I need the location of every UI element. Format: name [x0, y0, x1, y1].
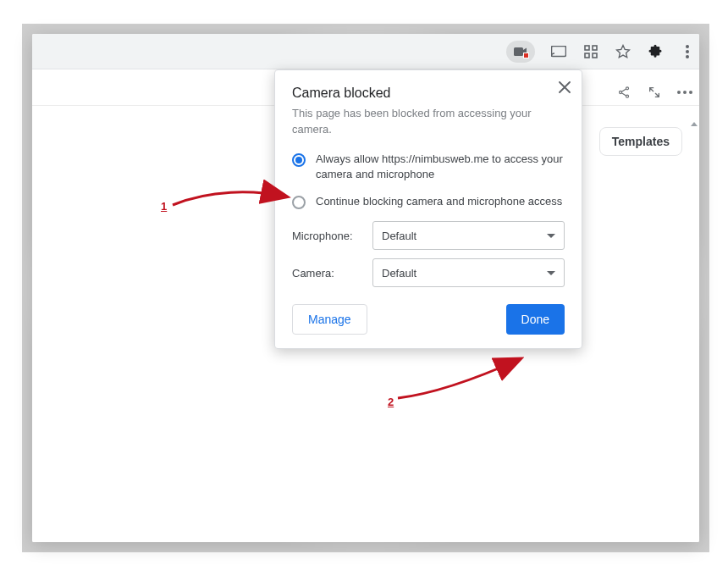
bookmark-star-icon[interactable] — [615, 43, 631, 60]
svg-rect-1 — [552, 46, 566, 56]
svg-rect-4 — [585, 53, 589, 58]
page-scrollbar[interactable] — [691, 122, 698, 542]
svg-point-8 — [686, 55, 689, 58]
popup-close-button[interactable] — [556, 79, 573, 96]
manage-button-label: Manage — [308, 313, 351, 326]
popup-subtitle: This page has been blocked from accessin… — [292, 106, 546, 138]
cast-icon[interactable] — [550, 43, 567, 60]
svg-point-13 — [683, 91, 687, 94]
chevron-down-icon — [547, 234, 555, 238]
svg-point-12 — [677, 91, 681, 94]
radio-allow[interactable] — [292, 153, 306, 167]
extensions-icon[interactable] — [647, 43, 664, 60]
annotation-2-arrow — [393, 349, 528, 408]
svg-point-14 — [689, 91, 692, 94]
browser-toolbar — [32, 34, 699, 69]
page-content-area: Templates Camera blocked This page has b… — [32, 69, 699, 542]
annotation-2-label: 2 — [388, 396, 394, 408]
camera-label: Camera: — [292, 267, 364, 280]
camera-row: Camera: Default — [292, 258, 565, 287]
share-icon[interactable] — [616, 85, 631, 100]
option-block-label: Continue blocking camera and microphone … — [316, 194, 562, 209]
camera-permission-popup: Camera blocked This page has been blocke… — [274, 69, 582, 349]
browser-window: Templates Camera blocked This page has b… — [32, 34, 699, 542]
svg-point-11 — [626, 95, 628, 97]
expand-icon[interactable] — [647, 85, 662, 100]
svg-point-9 — [619, 91, 621, 93]
annotation-1-label: 1 — [161, 200, 167, 213]
page-action-bar — [616, 85, 692, 100]
option-block-row[interactable]: Continue blocking camera and microphone … — [292, 194, 565, 209]
templates-button[interactable]: Templates — [599, 127, 682, 156]
done-button[interactable]: Done — [506, 304, 565, 335]
done-button-label: Done — [521, 313, 549, 326]
microphone-select[interactable]: Default — [372, 221, 565, 250]
svg-point-7 — [686, 50, 689, 53]
option-allow-label: Always allow https://nimbusweb.me to acc… — [316, 152, 565, 182]
microphone-value: Default — [382, 230, 416, 242]
camera-value: Default — [382, 267, 416, 280]
svg-rect-2 — [585, 46, 589, 50]
chevron-down-icon — [547, 271, 555, 275]
svg-point-10 — [626, 87, 628, 90]
microphone-label: Microphone: — [292, 230, 364, 242]
close-icon — [559, 81, 571, 93]
apps-grid-icon[interactable] — [582, 43, 599, 60]
svg-rect-0 — [514, 47, 523, 56]
popup-title: Camera blocked — [292, 86, 565, 101]
svg-rect-3 — [593, 46, 597, 50]
camera-select[interactable]: Default — [372, 258, 565, 287]
scroll-up-icon — [691, 122, 698, 126]
radio-block[interactable] — [292, 196, 306, 209]
blocked-badge — [523, 53, 529, 58]
templates-label: Templates — [612, 135, 670, 148]
page-more-icon[interactable] — [677, 85, 692, 100]
microphone-row: Microphone: Default — [292, 221, 565, 250]
browser-menu-icon[interactable] — [684, 43, 691, 60]
option-allow-row[interactable]: Always allow https://nimbusweb.me to acc… — [292, 152, 565, 182]
popup-actions: Manage Done — [292, 304, 565, 335]
svg-rect-5 — [593, 53, 597, 58]
manage-button[interactable]: Manage — [292, 304, 367, 335]
svg-point-6 — [686, 45, 689, 48]
camera-blocked-indicator[interactable] — [506, 41, 535, 63]
